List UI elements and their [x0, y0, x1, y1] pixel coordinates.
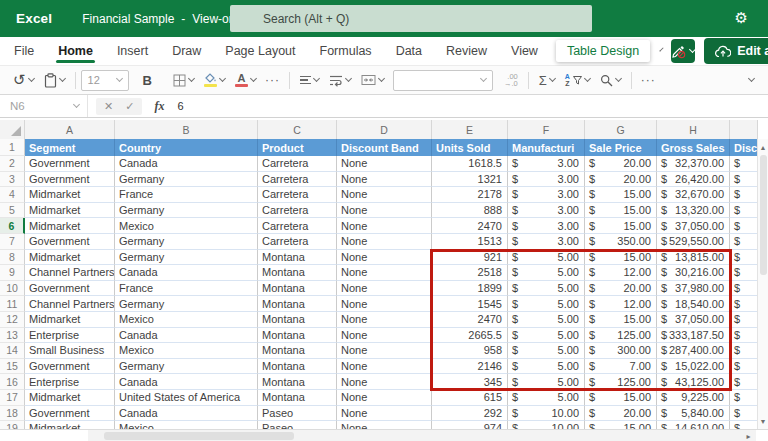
bold-button[interactable]: B [136, 68, 159, 92]
cell[interactable]: $ [730, 296, 758, 312]
table-header-cell[interactable]: Sale Price [585, 139, 657, 156]
cell[interactable]: $15.00 [585, 390, 657, 406]
cell[interactable]: Government [25, 234, 115, 250]
row-header-1[interactable]: 1 [0, 139, 25, 156]
row-header-4[interactable]: 4 [0, 187, 25, 203]
cell[interactable]: Carretera [258, 218, 337, 234]
column-header-partial[interactable] [730, 120, 758, 139]
cell[interactable]: Midmarket [25, 187, 115, 203]
cell[interactable]: Government [25, 281, 115, 297]
table-header-cell[interactable]: Country [115, 139, 258, 156]
cell[interactable]: 2178 [432, 187, 508, 203]
cell[interactable]: Germany [115, 203, 258, 219]
cell[interactable]: None [337, 203, 432, 219]
cell[interactable]: Carretera [258, 187, 337, 203]
fill-color-button[interactable] [199, 68, 230, 92]
cell[interactable]: 615 [432, 390, 508, 406]
cell[interactable]: None [337, 421, 432, 429]
autosum-button[interactable]: Σ [534, 68, 560, 92]
cell[interactable]: 1513 [432, 234, 508, 250]
cell[interactable]: Montana [258, 390, 337, 406]
cell[interactable]: $20.00 [585, 172, 657, 188]
cell[interactable]: 1618.5 [432, 156, 508, 172]
search-input[interactable] [230, 5, 592, 32]
cell[interactable]: Canada [115, 328, 258, 344]
cell[interactable]: Enterprise [25, 374, 115, 390]
cell[interactable]: $5.00 [508, 265, 585, 281]
select-all-corner[interactable] [0, 120, 25, 139]
cell[interactable]: $15.00 [585, 312, 657, 328]
cell[interactable]: $10.00 [508, 421, 585, 429]
row-header-19[interactable]: 19 [0, 421, 25, 429]
alignment-button[interactable] [295, 68, 324, 92]
cell[interactable]: Mexico [115, 218, 258, 234]
tab-file[interactable]: File [2, 37, 46, 65]
cell[interactable]: Montana [258, 281, 337, 297]
cell[interactable]: $7.00 [585, 359, 657, 375]
cell[interactable]: $333,187.50 [657, 328, 730, 344]
cell[interactable]: $26,420.00 [657, 172, 730, 188]
tab-insert[interactable]: Insert [105, 37, 160, 65]
cell[interactable]: United States of America [115, 390, 258, 406]
cell[interactable]: $529,550.00 [657, 234, 730, 250]
cell[interactable]: Montana [258, 312, 337, 328]
row-header-17[interactable]: 17 [0, 390, 25, 406]
table-header-cell[interactable]: Units Sold [432, 139, 508, 156]
table-header-cell[interactable]: Segment [25, 139, 115, 156]
cell[interactable]: Small Business [25, 343, 115, 359]
cell[interactable]: 1545 [432, 296, 508, 312]
cell[interactable]: $5.00 [508, 296, 585, 312]
view-mode-button[interactable] [671, 39, 695, 63]
cell[interactable]: $43,125.00 [657, 374, 730, 390]
cell[interactable]: None [337, 265, 432, 281]
cell[interactable]: None [337, 234, 432, 250]
cell[interactable]: Midmarket [25, 218, 115, 234]
cell[interactable]: 921 [432, 250, 508, 266]
row-header-5[interactable]: 5 [0, 203, 25, 219]
cell[interactable]: Government [25, 156, 115, 172]
cell[interactable]: $300.00 [585, 343, 657, 359]
cancel-icon[interactable]: ✕ [104, 100, 113, 113]
cell[interactable]: $5.00 [508, 359, 585, 375]
cell[interactable]: $350.00 [585, 234, 657, 250]
cell[interactable]: None [337, 374, 432, 390]
cell[interactable]: None [337, 296, 432, 312]
cell[interactable]: $ [730, 265, 758, 281]
cell[interactable]: $30,216.00 [657, 265, 730, 281]
table-header-cell[interactable]: Disc [730, 139, 758, 156]
cell[interactable]: Government [25, 406, 115, 422]
cell[interactable]: $3.00 [508, 203, 585, 219]
row-header-6[interactable]: 6 [0, 218, 25, 234]
cell[interactable]: None [337, 343, 432, 359]
cell[interactable]: Midmarket [25, 390, 115, 406]
row-header-11[interactable]: 11 [0, 296, 25, 312]
cell[interactable]: $37,050.00 [657, 312, 730, 328]
cell[interactable]: $13,815.00 [657, 250, 730, 266]
cell[interactable]: $ [730, 328, 758, 344]
cell[interactable]: 2470 [432, 312, 508, 328]
cell[interactable]: Carretera [258, 203, 337, 219]
cell[interactable]: $15.00 [585, 187, 657, 203]
cell[interactable]: $12.00 [585, 265, 657, 281]
cell[interactable]: $ [730, 218, 758, 234]
table-header-cell[interactable]: Product [258, 139, 337, 156]
row-header-9[interactable]: 9 [0, 265, 25, 281]
row-header-14[interactable]: 14 [0, 343, 25, 359]
formula-content[interactable]: 6 [177, 100, 183, 112]
sort-filter-button[interactable]: AZ [560, 68, 595, 92]
cell[interactable]: 1321 [432, 172, 508, 188]
cell[interactable]: $3.00 [508, 187, 585, 203]
cell[interactable]: $ [730, 374, 758, 390]
column-header-B[interactable]: B [115, 120, 258, 139]
cell[interactable]: $3.00 [508, 234, 585, 250]
cell[interactable]: $5.00 [508, 281, 585, 297]
tab-table-design[interactable]: Table Design [556, 40, 650, 62]
scroll-down-icon[interactable]: ▼ [758, 415, 768, 427]
row-header-16[interactable]: 16 [0, 374, 25, 390]
cell[interactable]: $5.00 [508, 374, 585, 390]
cell[interactable]: $125.00 [585, 328, 657, 344]
cell[interactable]: Mexico [115, 343, 258, 359]
row-header-3[interactable]: 3 [0, 172, 25, 188]
font-color-button[interactable]: A [230, 68, 261, 92]
tab-view[interactable]: View [499, 37, 550, 65]
